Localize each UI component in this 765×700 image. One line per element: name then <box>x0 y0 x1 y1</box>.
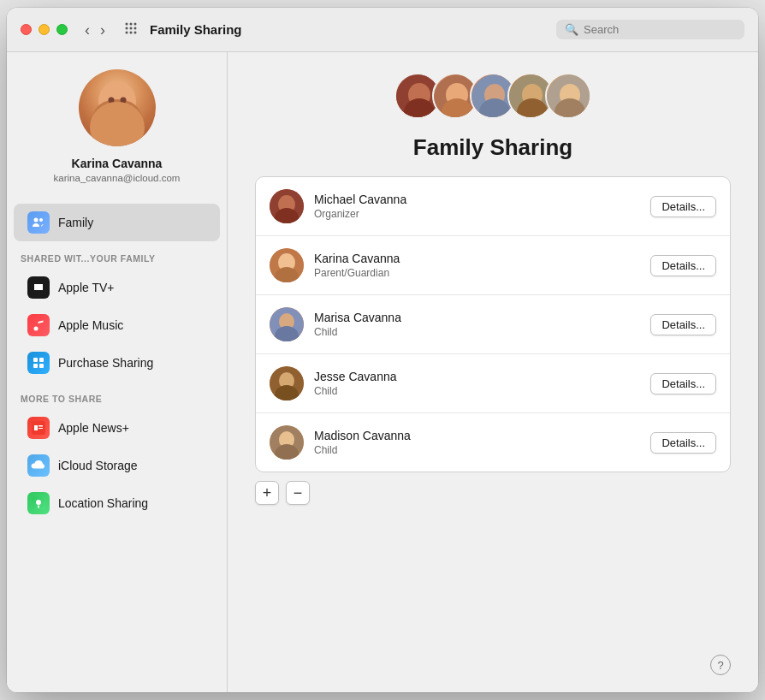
location-icon <box>27 492 50 514</box>
sidebar-item-appletv-label: Apple TV+ <box>58 281 115 294</box>
members-list: Michael Cavanna Organizer Details... <box>255 176 731 472</box>
sidebar-item-family-label: Family <box>58 216 93 229</box>
table-row: Karina Cavanna Parent/Guardian Details..… <box>256 236 730 295</box>
remove-member-button[interactable]: − <box>286 481 310 505</box>
member-role-jesse: Child <box>314 385 640 397</box>
family-avatars <box>394 73 591 119</box>
sidebar-item-applemusic-label: Apple Music <box>58 318 123 332</box>
traffic-lights <box>21 24 68 35</box>
sidebar-item-purchasesharing[interactable]: Purchase Sharing <box>14 344 220 382</box>
sidebar-item-icloud-label: iCloud Storage <box>58 459 138 472</box>
minimize-button[interactable] <box>39 24 50 35</box>
search-bar[interactable]: 🔍 <box>556 20 744 39</box>
svg-point-4 <box>130 27 133 29</box>
member-name-jesse: Jesse Cavanna <box>314 370 640 383</box>
member-role-marisa: Child <box>314 326 640 338</box>
member-role-michael: Organizer <box>314 208 640 220</box>
details-button-karina[interactable]: Details... <box>650 255 716 276</box>
avatar-michael <box>270 189 304 223</box>
svg-point-14 <box>34 218 39 222</box>
svg-rect-18 <box>33 358 38 362</box>
member-name-karina: Karina Cavanna <box>314 252 640 265</box>
maximize-button[interactable] <box>56 24 68 35</box>
applenews-icon <box>27 417 50 439</box>
member-role-madison: Child <box>314 444 640 456</box>
window-title: Family Sharing <box>150 22 556 37</box>
avatar-madison <box>270 425 304 460</box>
back-button[interactable]: ‹ <box>81 21 93 39</box>
add-member-button[interactable]: + <box>255 481 279 505</box>
help-button[interactable]: ? <box>710 655 731 675</box>
svg-point-1 <box>130 22 133 25</box>
right-bottom: Michael Cavanna Organizer Details... <box>255 176 731 505</box>
svg-point-0 <box>126 22 128 25</box>
sidebar-item-purchasesharing-label: Purchase Sharing <box>58 356 153 370</box>
panel-title: Family Sharing <box>413 134 572 161</box>
details-button-michael[interactable]: Details... <box>650 196 716 217</box>
svg-rect-20 <box>33 364 38 368</box>
shared-section-label: SHARED WIT...YOUR FAMILY <box>7 241 227 269</box>
bottom-buttons: + − <box>255 481 310 505</box>
avatar <box>79 69 156 146</box>
table-row: Michael Cavanna Organizer Details... <box>256 177 730 236</box>
sidebar: Karina Cavanna karina_cavanna@icloud.com… <box>7 52 228 692</box>
forward-button[interactable]: › <box>97 21 109 39</box>
titlebar: ‹ › Family Sharing 🔍 <box>7 8 758 52</box>
svg-rect-21 <box>39 364 44 368</box>
avatar-marisa <box>270 307 304 341</box>
profile-name: Karina Cavanna <box>72 157 163 170</box>
sidebar-item-applemusic[interactable]: Apple Music <box>14 306 220 344</box>
details-button-jesse[interactable]: Details... <box>650 373 716 394</box>
member-info-marisa: Marisa Cavanna Child <box>314 311 640 338</box>
svg-point-2 <box>134 22 137 25</box>
member-name-madison: Madison Cavanna <box>314 429 640 442</box>
svg-text:tv: tv <box>36 285 40 290</box>
svg-point-17 <box>34 327 39 331</box>
svg-point-6 <box>126 31 128 33</box>
purchasesharing-icon <box>27 352 50 374</box>
member-role-karina: Parent/Guardian <box>314 267 640 279</box>
profile-section: Karina Cavanna karina_cavanna@icloud.com <box>7 69 227 204</box>
grid-button[interactable] <box>119 20 143 40</box>
sidebar-item-location[interactable]: Location Sharing <box>14 484 220 522</box>
main-content: Karina Cavanna karina_cavanna@icloud.com… <box>7 52 758 692</box>
sidebar-item-location-label: Location Sharing <box>58 496 148 510</box>
member-info-karina: Karina Cavanna Parent/Guardian <box>314 252 640 279</box>
sidebar-item-family[interactable]: Family <box>14 204 220 241</box>
svg-point-15 <box>39 218 43 222</box>
app-window: ‹ › Family Sharing 🔍 <box>7 8 758 692</box>
search-icon: 🔍 <box>565 23 578 36</box>
svg-point-7 <box>130 31 133 33</box>
member-info-michael: Michael Cavanna Organizer <box>314 193 640 220</box>
close-button[interactable] <box>21 24 32 35</box>
table-row: Marisa Cavanna Child Details... <box>256 295 730 354</box>
member-info-madison: Madison Cavanna Child <box>314 429 640 456</box>
member-name-marisa: Marisa Cavanna <box>314 311 640 324</box>
svg-point-5 <box>134 27 137 29</box>
more-section-label: MORE TO SHARE <box>7 382 227 409</box>
family-avatar-madison <box>545 73 591 119</box>
appletv-icon: tv <box>27 276 50 299</box>
svg-point-8 <box>134 31 137 33</box>
details-button-madison[interactable]: Details... <box>650 432 716 454</box>
table-row: Madison Cavanna Child Details... <box>256 413 730 472</box>
svg-point-24 <box>36 500 41 505</box>
avatar-karina <box>270 248 304 282</box>
table-row: Jesse Cavanna Child Details... <box>256 354 730 413</box>
right-panel-inner: Family Sharing <box>255 73 731 505</box>
sidebar-item-applenews[interactable]: Apple News+ <box>14 409 220 447</box>
profile-email: karina_cavanna@icloud.com <box>54 173 181 183</box>
details-button-marisa[interactable]: Details... <box>650 314 716 335</box>
sidebar-item-icloud[interactable]: iCloud Storage <box>14 447 220 484</box>
sidebar-item-applenews-label: Apple News+ <box>58 421 129 435</box>
search-input[interactable] <box>584 23 721 36</box>
svg-rect-19 <box>39 358 44 362</box>
icloud-icon <box>27 454 50 477</box>
right-panel: Family Sharing <box>228 52 758 692</box>
member-info-jesse: Jesse Cavanna Child <box>314 370 640 397</box>
sidebar-item-appletv[interactable]: tv Apple TV+ <box>14 269 220 306</box>
member-name-michael: Michael Cavanna <box>314 193 640 206</box>
applemusic-icon <box>27 314 50 336</box>
nav-buttons: ‹ › <box>81 21 109 39</box>
svg-point-3 <box>126 27 128 29</box>
